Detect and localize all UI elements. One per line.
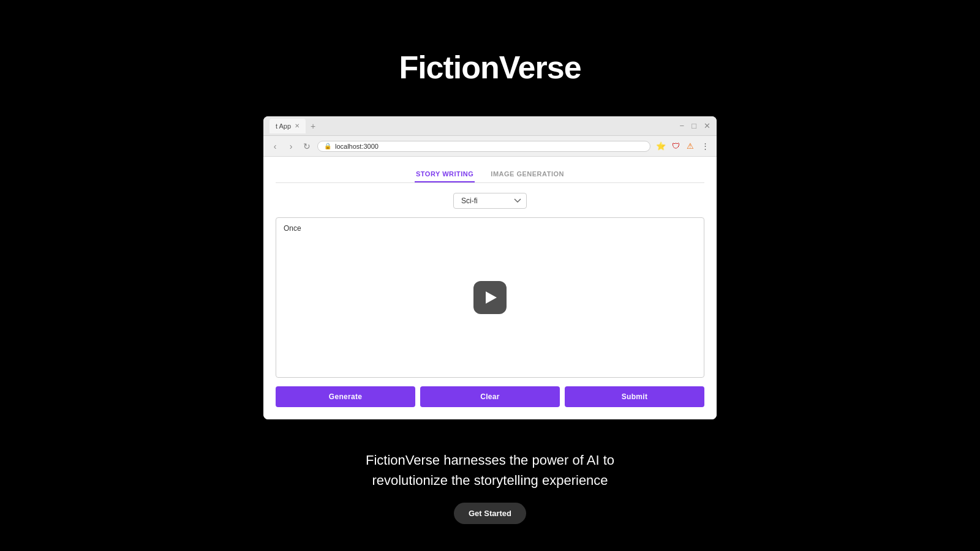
address-bar[interactable]: 🔒 localhost:3000 bbox=[317, 141, 650, 152]
tab-close-icon[interactable]: ✕ bbox=[295, 122, 300, 129]
get-started-button[interactable]: Get Started bbox=[454, 503, 526, 524]
address-bar-row: ‹ › ↻ 🔒 localhost:3000 ⭐ 🛡 ⚠ ⋮ bbox=[263, 136, 717, 157]
generate-button[interactable]: Generate bbox=[276, 386, 415, 407]
warning-icon: ⚠ bbox=[685, 141, 696, 152]
new-tab-icon[interactable]: + bbox=[311, 121, 315, 131]
clear-button[interactable]: Clear bbox=[420, 386, 560, 407]
tab-label: t App bbox=[276, 122, 291, 130]
browser-tab[interactable]: t App ✕ bbox=[270, 119, 306, 133]
back-icon[interactable]: ‹ bbox=[270, 141, 281, 151]
browser-window: t App ✕ + − □ ✕ ‹ › ↻ 🔒 localhost:3000 ⭐… bbox=[263, 116, 717, 419]
minimize-icon[interactable]: − bbox=[680, 121, 685, 130]
extensions-icon[interactable]: ⭐ bbox=[655, 141, 666, 152]
forward-icon[interactable]: › bbox=[285, 141, 296, 151]
story-textarea-container: Once bbox=[276, 217, 704, 378]
bottom-section: FictionVerse harnesses the power of AI t… bbox=[366, 450, 614, 524]
browser-chrome: t App ✕ + − □ ✕ bbox=[263, 116, 717, 136]
genre-select[interactable]: Sci-fi Fantasy Mystery Romance Horror Th… bbox=[453, 193, 527, 209]
tab-story-writing[interactable]: STORY WRITING bbox=[415, 167, 475, 182]
tagline: FictionVerse harnesses the power of AI t… bbox=[366, 450, 614, 490]
tab-image-generation[interactable]: IMAGE GENERATION bbox=[489, 167, 565, 182]
navigation-tabs: STORY WRITING IMAGE GENERATION bbox=[276, 167, 704, 183]
shield-icon: 🛡 bbox=[670, 141, 681, 152]
refresh-icon[interactable]: ↻ bbox=[301, 141, 312, 151]
close-window-icon[interactable]: ✕ bbox=[704, 121, 710, 130]
app-content: STORY WRITING IMAGE GENERATION Sci-fi Fa… bbox=[263, 157, 717, 419]
browser-extension-icons: ⭐ 🛡 ⚠ ⋮ bbox=[655, 141, 710, 152]
lock-icon: 🔒 bbox=[324, 143, 331, 149]
genre-row: Sci-fi Fantasy Mystery Romance Horror Th… bbox=[276, 193, 704, 209]
url-text: localhost:3000 bbox=[335, 143, 379, 150]
menu-icon[interactable]: ⋮ bbox=[699, 141, 710, 152]
action-buttons-row: Generate Clear Submit bbox=[276, 386, 704, 407]
story-textarea[interactable]: Once bbox=[276, 218, 704, 377]
app-title: FictionVerse bbox=[399, 49, 581, 86]
maximize-icon[interactable]: □ bbox=[692, 121, 696, 130]
submit-button[interactable]: Submit bbox=[565, 386, 704, 407]
